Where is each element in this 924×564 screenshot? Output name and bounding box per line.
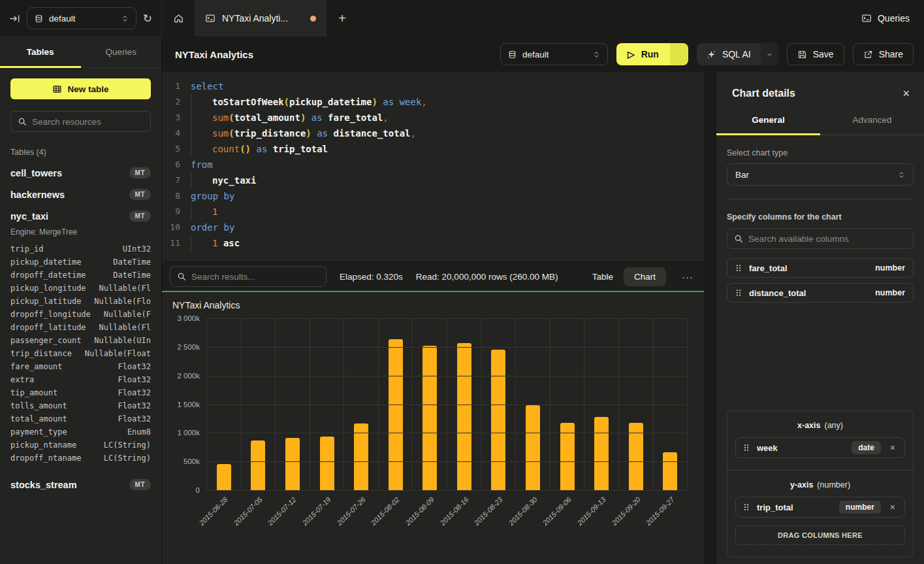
column-row: fare_amountFloat32 (0, 360, 161, 373)
share-icon (863, 50, 873, 59)
y-tick-label: 2 500k (177, 343, 200, 351)
chart-type-select[interactable]: Bar (727, 163, 914, 186)
view-toggle-chart[interactable]: Chart (624, 267, 666, 286)
available-columns-list: fare_total number distance_total number (727, 258, 914, 303)
run-button[interactable]: ▷ Run (616, 43, 670, 65)
column-row: passenger_countNullable(UIn (0, 334, 161, 347)
y-tick-label: 2 000k (177, 372, 200, 380)
table-row[interactable]: nyc_taxiMT (0, 205, 161, 227)
view-toggle: TableChart (582, 267, 666, 286)
gridline (206, 490, 688, 491)
table-row[interactable]: cell_towersMT (0, 162, 161, 184)
query-tab-label: NYTaxi Analyti... (222, 13, 288, 24)
toolbar-database-selector[interactable]: default (500, 43, 608, 65)
tab-advanced[interactable]: Advanced (820, 115, 924, 135)
column-type: Nullable(Fl (99, 323, 151, 332)
available-column-chip[interactable]: distance_total number (727, 283, 914, 303)
y-axis-hint: (number) (817, 480, 850, 489)
table-row[interactable]: stocks_streamMT (0, 474, 161, 495)
new-table-button[interactable]: New table (10, 78, 151, 99)
column-row: pickup_longitudeNullable(Fl (0, 282, 161, 295)
sql-ai-button[interactable]: SQL AI (697, 43, 761, 65)
column-type: Float32 (118, 388, 151, 397)
sidebar-tab-tables[interactable]: Tables (0, 37, 81, 67)
x-axis-hint: (any) (824, 421, 842, 430)
sparkle-icon (707, 50, 716, 59)
drag-columns-dropzone[interactable]: DRAG COLUMNS HERE (735, 525, 905, 545)
available-column-chip[interactable]: fare_total number (727, 258, 914, 278)
y-tick-label: 1 000k (177, 429, 200, 437)
query-tab-active[interactable]: NYTaxi Analyti... (195, 0, 327, 37)
drag-handle-icon (743, 444, 750, 452)
chart-bar (354, 423, 368, 490)
y-axis-heading: y-axis(number) (735, 474, 905, 497)
chart-bar (217, 464, 231, 490)
y-axis-section: y-axis(number) trip_total number × (727, 470, 913, 557)
column-type: Float32 (118, 414, 151, 423)
column-search-input[interactable] (748, 234, 906, 244)
column-row: total_amountFloat32 (0, 412, 161, 425)
share-button[interactable]: Share (853, 43, 914, 65)
queries-button[interactable]: Queries (861, 13, 910, 24)
resource-search (10, 111, 151, 132)
view-toggle-table[interactable]: Table (582, 267, 624, 286)
axes-configuration: x-axis(any) week date × (727, 410, 914, 557)
column-name: tip_amount (10, 388, 57, 397)
x-axis-label: x-axis (797, 421, 820, 430)
table-row[interactable]: hackernewsMT (0, 184, 161, 205)
refresh-icon[interactable]: ↻ (143, 13, 152, 24)
chart-type-label: Select chart type (727, 148, 914, 158)
y-axis-column-chip[interactable]: trip_total number × (735, 497, 905, 518)
line-number: 6 (162, 157, 180, 173)
column-name: fare_total (749, 263, 788, 273)
query-title: NYTaxi Analytics (175, 49, 253, 60)
column-type: UInt32 (123, 244, 151, 254)
columns-section-label: Specify columns for the chart (727, 212, 914, 222)
chart-bar (389, 339, 403, 490)
run-options-button[interactable] (670, 43, 688, 65)
save-button[interactable]: Save (787, 43, 844, 65)
database-selector-value: default (49, 14, 116, 24)
column-type: Nullable(UIn (94, 336, 151, 345)
line-number: 2 (162, 94, 180, 110)
results-bar: Elapsed: 0.320s Read: 20,000,000 rows (2… (162, 261, 704, 291)
chart-bar (526, 405, 540, 490)
sidebar-tabs: Tables Queries (0, 37, 161, 68)
y-tick-label: 1 500k (177, 401, 200, 408)
drag-handle-icon (735, 289, 742, 297)
column-type: LC(String) (104, 440, 151, 450)
collapse-sidebar-icon[interactable] (9, 13, 20, 24)
chart-details-body: Select chart type Bar Specify columns fo… (716, 135, 924, 564)
chevron-down-icon (675, 51, 682, 58)
column-type: Enum8 (127, 427, 151, 437)
search-icon (734, 234, 743, 243)
sql-ai-label: SQL AI (722, 49, 751, 59)
results-search-input[interactable] (191, 272, 319, 282)
new-tab-button[interactable]: + (327, 0, 358, 37)
column-type: Nullable(Float (85, 349, 151, 358)
remove-column-icon[interactable]: × (888, 502, 897, 512)
remove-column-icon[interactable]: × (888, 442, 897, 453)
terminal-icon (205, 13, 215, 24)
more-options-button[interactable]: ··· (679, 271, 696, 282)
x-axis-column-name: week (757, 443, 778, 453)
tab-general[interactable]: General (716, 115, 820, 135)
tab-strip: NYTaxi Analyti... + (162, 0, 861, 37)
x-axis-column-chip[interactable]: week date × (735, 437, 905, 458)
chart-bar (251, 440, 265, 490)
chevron-down-icon (766, 51, 773, 58)
sql-ai-options-button[interactable] (761, 43, 778, 65)
column-name: tolls_amount (10, 401, 67, 410)
unsaved-changes-dot (310, 16, 316, 22)
column-name: total_amount (10, 414, 67, 423)
database-icon (35, 14, 43, 23)
sidebar: Tables Queries New table Tables (4) cell… (0, 37, 162, 564)
sidebar-tab-queries[interactable]: Queries (81, 37, 162, 67)
column-name: dropoff_latitude (10, 323, 86, 332)
close-icon[interactable]: × (902, 87, 910, 101)
home-tab[interactable] (162, 0, 195, 37)
column-type: Nullable(Flo (94, 297, 151, 306)
sql-editor[interactable]: 1select2toStartOfWeek(pickup_datetime) a… (162, 72, 704, 261)
database-selector[interactable]: default (27, 7, 136, 29)
resource-search-input[interactable] (32, 117, 144, 127)
